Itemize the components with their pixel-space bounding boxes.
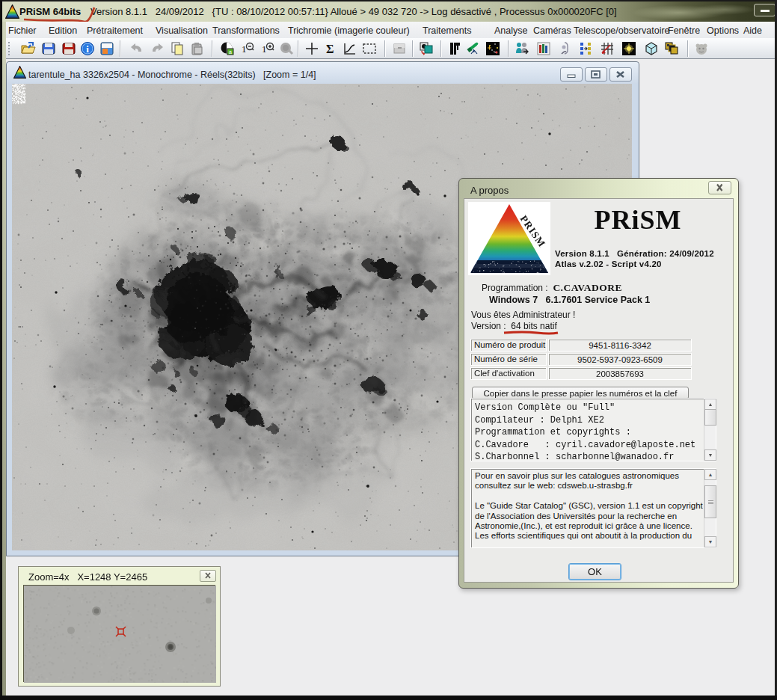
- svg-text:1: 1: [262, 43, 267, 55]
- svg-text:Σ: Σ: [326, 43, 334, 55]
- svg-text:i: i: [86, 43, 89, 55]
- svg-text:a: a: [229, 49, 232, 55]
- svg-text:1: 1: [242, 43, 247, 55]
